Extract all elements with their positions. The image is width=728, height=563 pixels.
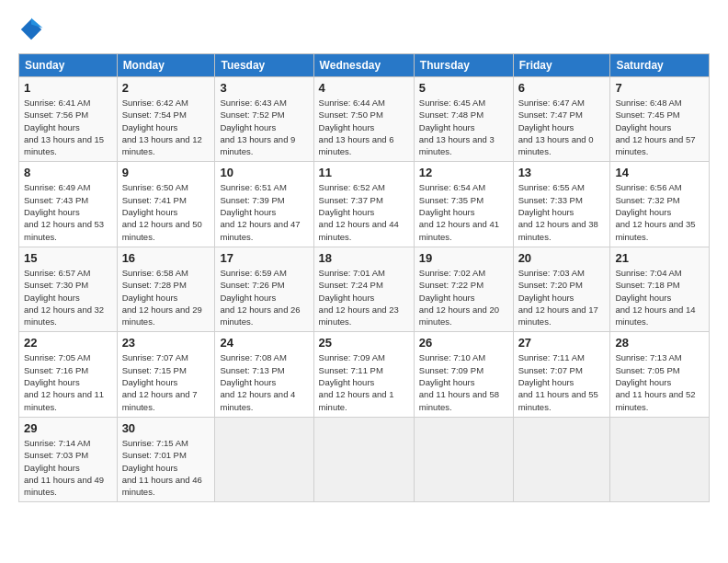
day-detail: Sunrise: 6:54 AMSunset: 7:35 PMDaylight …: [419, 182, 499, 241]
day-number: 1: [24, 81, 112, 95]
calendar-cell: 18 Sunrise: 7:01 AMSunset: 7:24 PMDaylig…: [313, 247, 414, 331]
day-detail: Sunrise: 7:15 AMSunset: 7:01 PMDaylight …: [122, 438, 202, 497]
calendar-cell: 27 Sunrise: 7:11 AMSunset: 7:07 PMDaylig…: [513, 332, 610, 417]
calendar-week-2: 15 Sunrise: 6:57 AMSunset: 7:30 PMDaylig…: [19, 247, 710, 331]
day-detail: Sunrise: 7:02 AMSunset: 7:22 PMDaylight …: [419, 268, 499, 327]
day-number: 23: [122, 336, 210, 350]
day-detail: Sunrise: 7:05 AMSunset: 7:16 PMDaylight …: [24, 352, 104, 411]
logo: [18, 17, 48, 42]
day-number: 10: [220, 166, 308, 179]
calendar-cell: 11 Sunrise: 6:52 AMSunset: 7:37 PMDaylig…: [313, 162, 414, 247]
day-detail: Sunrise: 6:56 AMSunset: 7:32 PMDaylight …: [615, 182, 695, 241]
day-detail: Sunrise: 7:09 AMSunset: 7:11 PMDaylight …: [319, 352, 394, 411]
calendar-week-1: 8 Sunrise: 6:49 AMSunset: 7:43 PMDayligh…: [19, 162, 710, 247]
day-detail: Sunrise: 6:44 AMSunset: 7:50 PMDaylight …: [319, 98, 394, 156]
calendar-cell: 16 Sunrise: 6:58 AMSunset: 7:28 PMDaylig…: [117, 247, 215, 331]
day-detail: Sunrise: 6:41 AMSunset: 7:56 PMDaylight …: [24, 98, 104, 156]
calendar-cell: 29 Sunrise: 7:14 AMSunset: 7:03 PMDaylig…: [19, 417, 118, 501]
day-detail: Sunrise: 6:42 AMSunset: 7:54 PMDaylight …: [122, 98, 202, 156]
day-detail: Sunrise: 6:47 AMSunset: 7:47 PMDaylight …: [518, 98, 594, 156]
day-number: 17: [220, 251, 308, 265]
calendar-cell: 30 Sunrise: 7:15 AMSunset: 7:01 PMDaylig…: [117, 417, 215, 501]
calendar-cell: [513, 417, 610, 501]
calendar-cell: [610, 417, 710, 501]
calendar-cell: 22 Sunrise: 7:05 AMSunset: 7:16 PMDaylig…: [19, 332, 118, 417]
calendar-cell: 1 Sunrise: 6:41 AMSunset: 7:56 PMDayligh…: [19, 77, 118, 162]
day-detail: Sunrise: 6:52 AMSunset: 7:37 PMDaylight …: [319, 182, 399, 241]
calendar-cell: 9 Sunrise: 6:50 AMSunset: 7:41 PMDayligh…: [117, 162, 215, 247]
day-detail: Sunrise: 6:57 AMSunset: 7:30 PMDaylight …: [24, 268, 104, 327]
col-header-saturday: Saturday: [610, 54, 710, 77]
calendar-cell: 15 Sunrise: 6:57 AMSunset: 7:30 PMDaylig…: [19, 247, 118, 331]
calendar-table: SundayMondayTuesdayWednesdayThursdayFrid…: [18, 53, 710, 502]
calendar-cell: 10 Sunrise: 6:51 AMSunset: 7:39 PMDaylig…: [215, 162, 313, 247]
day-number: 13: [518, 166, 606, 179]
day-number: 24: [220, 336, 308, 350]
calendar-cell: 14 Sunrise: 6:56 AMSunset: 7:32 PMDaylig…: [610, 162, 710, 247]
calendar-cell: [313, 417, 414, 501]
calendar-cell: 3 Sunrise: 6:43 AMSunset: 7:52 PMDayligh…: [215, 77, 313, 162]
calendar-cell: 26 Sunrise: 7:10 AMSunset: 7:09 PMDaylig…: [414, 332, 513, 417]
day-number: 30: [122, 421, 210, 435]
day-number: 20: [518, 251, 606, 265]
day-number: 4: [319, 81, 409, 95]
day-detail: Sunrise: 7:14 AMSunset: 7:03 PMDaylight …: [24, 438, 104, 497]
calendar-cell: 25 Sunrise: 7:09 AMSunset: 7:11 PMDaylig…: [313, 332, 414, 417]
header-row: SundayMondayTuesdayWednesdayThursdayFrid…: [19, 54, 710, 77]
day-detail: Sunrise: 7:07 AMSunset: 7:15 PMDaylight …: [122, 352, 198, 411]
col-header-wednesday: Wednesday: [313, 54, 414, 77]
day-detail: Sunrise: 6:45 AMSunset: 7:48 PMDaylight …: [419, 98, 495, 156]
day-detail: Sunrise: 7:01 AMSunset: 7:24 PMDaylight …: [319, 268, 399, 327]
day-number: 29: [24, 421, 112, 435]
calendar-cell: 2 Sunrise: 6:42 AMSunset: 7:54 PMDayligh…: [117, 77, 215, 162]
col-header-friday: Friday: [513, 54, 610, 77]
day-detail: Sunrise: 7:04 AMSunset: 7:18 PMDaylight …: [615, 268, 695, 327]
calendar-cell: 21 Sunrise: 7:04 AMSunset: 7:18 PMDaylig…: [610, 247, 710, 331]
calendar-cell: 4 Sunrise: 6:44 AMSunset: 7:50 PMDayligh…: [313, 77, 414, 162]
day-detail: Sunrise: 7:08 AMSunset: 7:13 PMDaylight …: [220, 352, 295, 411]
day-number: 5: [419, 81, 508, 95]
day-number: 7: [615, 81, 704, 95]
calendar-cell: 28 Sunrise: 7:13 AMSunset: 7:05 PMDaylig…: [610, 332, 710, 417]
day-number: 8: [24, 166, 112, 179]
day-number: 15: [24, 251, 112, 265]
calendar-cell: 13 Sunrise: 6:55 AMSunset: 7:33 PMDaylig…: [513, 162, 610, 247]
day-detail: Sunrise: 7:13 AMSunset: 7:05 PMDaylight …: [615, 352, 695, 411]
day-number: 11: [319, 166, 409, 179]
day-detail: Sunrise: 7:10 AMSunset: 7:09 PMDaylight …: [419, 352, 499, 411]
col-header-monday: Monday: [117, 54, 215, 77]
calendar-cell: 12 Sunrise: 6:54 AMSunset: 7:35 PMDaylig…: [414, 162, 513, 247]
calendar-cell: 5 Sunrise: 6:45 AMSunset: 7:48 PMDayligh…: [414, 77, 513, 162]
day-detail: Sunrise: 6:51 AMSunset: 7:39 PMDaylight …: [220, 182, 300, 241]
day-number: 21: [615, 251, 704, 265]
calendar-week-3: 22 Sunrise: 7:05 AMSunset: 7:16 PMDaylig…: [19, 332, 710, 417]
calendar-cell: 6 Sunrise: 6:47 AMSunset: 7:47 PMDayligh…: [513, 77, 610, 162]
day-number: 6: [518, 81, 606, 95]
day-number: 9: [122, 166, 210, 179]
calendar-cell: 8 Sunrise: 6:49 AMSunset: 7:43 PMDayligh…: [19, 162, 118, 247]
day-number: 12: [419, 166, 508, 179]
day-detail: Sunrise: 7:03 AMSunset: 7:20 PMDaylight …: [518, 268, 598, 327]
day-number: 16: [122, 251, 210, 265]
day-number: 28: [615, 336, 704, 350]
day-detail: Sunrise: 6:50 AMSunset: 7:41 PMDaylight …: [122, 182, 202, 241]
calendar-cell: 24 Sunrise: 7:08 AMSunset: 7:13 PMDaylig…: [215, 332, 313, 417]
day-number: 25: [319, 336, 409, 350]
calendar-cell: 23 Sunrise: 7:07 AMSunset: 7:15 PMDaylig…: [117, 332, 215, 417]
day-number: 14: [615, 166, 704, 179]
calendar-cell: 17 Sunrise: 6:59 AMSunset: 7:26 PMDaylig…: [215, 247, 313, 331]
day-number: 2: [122, 81, 210, 95]
calendar-cell: [414, 417, 513, 501]
day-detail: Sunrise: 6:48 AMSunset: 7:45 PMDaylight …: [615, 98, 695, 156]
day-detail: Sunrise: 6:55 AMSunset: 7:33 PMDaylight …: [518, 182, 598, 241]
day-detail: Sunrise: 6:59 AMSunset: 7:26 PMDaylight …: [220, 268, 300, 327]
day-number: 18: [319, 251, 409, 265]
day-number: 19: [419, 251, 508, 265]
logo-icon: [18, 17, 44, 42]
calendar-cell: 20 Sunrise: 7:03 AMSunset: 7:20 PMDaylig…: [513, 247, 610, 331]
col-header-tuesday: Tuesday: [215, 54, 313, 77]
calendar-cell: 7 Sunrise: 6:48 AMSunset: 7:45 PMDayligh…: [610, 77, 710, 162]
day-number: 3: [220, 81, 308, 95]
day-detail: Sunrise: 6:43 AMSunset: 7:52 PMDaylight …: [220, 98, 295, 156]
page: SundayMondayTuesdayWednesdayThursdayFrid…: [0, 0, 728, 511]
